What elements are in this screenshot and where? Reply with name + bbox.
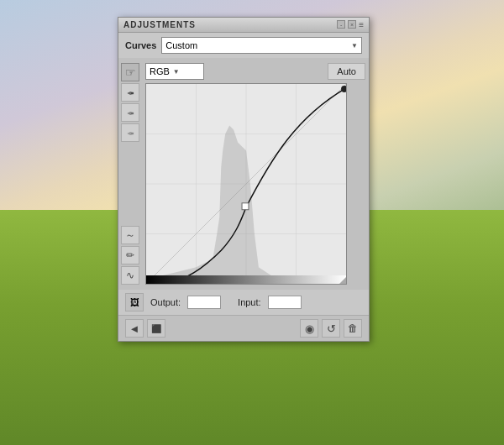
eyedropper2-button[interactable]: ✒	[121, 103, 139, 122]
clip-button[interactable]: ⬛	[147, 319, 165, 338]
panel-title: ADJUSTMENTS	[123, 20, 196, 29]
curve-icon: ∿	[126, 270, 134, 281]
curves-label: Curves	[125, 40, 156, 50]
footer-right: ◉ ↺ 🗑	[300, 319, 362, 338]
channel-row: RGB ▼ Auto	[145, 63, 365, 80]
eyedropper1-button[interactable]: ✒	[121, 83, 139, 102]
channel-dropdown[interactable]: RGB ▼	[145, 63, 204, 80]
footer-left: ◄ ⬛	[125, 319, 165, 338]
preset-value: Custom	[165, 40, 197, 50]
clip-icon: ⬛	[151, 324, 161, 333]
eyedropper1-icon: ✒	[127, 87, 134, 98]
delete-button[interactable]: 🗑	[344, 319, 362, 338]
eye-button[interactable]: ◉	[300, 319, 318, 338]
pencil-tool-button[interactable]: ✏	[121, 246, 139, 264]
channel-value: RGB	[150, 66, 170, 76]
bottom-gradient	[146, 275, 346, 284]
titlebar-controls: - × ≡	[337, 20, 364, 29]
input-label: Input:	[238, 297, 261, 307]
curve-tool-button[interactable]: ∿	[121, 266, 139, 285]
output-input-row: 🖼 Output: Input:	[118, 290, 369, 315]
close-button[interactable]: ×	[348, 20, 356, 29]
eye-icon: ◉	[305, 322, 314, 335]
adjustments-panel: ADJUSTMENTS - × ≡ Curves Custom ▼ ☞ ✒ ✒	[118, 17, 370, 342]
curves-row: Curves Custom ▼	[118, 33, 369, 58]
eyedropper2-icon: ✒	[127, 107, 134, 118]
output-label: Output:	[150, 297, 181, 307]
corner-triangle[interactable]	[339, 277, 346, 284]
left-tools: ☞ ✒ ✒ ✒ ～ ✏ ∿	[118, 61, 142, 286]
photo-icon: 🖼	[130, 297, 139, 307]
panel-footer: ◄ ⬛ ◉ ↺ 🗑	[118, 315, 369, 341]
curve-canvas	[145, 83, 347, 285]
wave-tool-button[interactable]: ～	[121, 226, 139, 244]
channel-arrow: ▼	[173, 68, 180, 76]
panel-titlebar: ADJUSTMENTS - × ≡	[118, 18, 369, 33]
output-input[interactable]	[187, 296, 221, 309]
wave-icon: ～	[125, 228, 135, 243]
preset-dropdown[interactable]: Custom ▼	[161, 37, 362, 54]
reset-icon: ↺	[327, 322, 336, 335]
eyedropper3-icon: ✒	[127, 128, 134, 139]
minimize-button[interactable]: -	[337, 20, 345, 29]
svg-rect-8	[242, 203, 249, 210]
finger-tool-button[interactable]: ☞	[121, 63, 139, 81]
delete-icon: 🗑	[348, 322, 358, 334]
image-adjustments-icon[interactable]: 🖼	[125, 293, 144, 312]
panel-body: ☞ ✒ ✒ ✒ ～ ✏ ∿	[118, 58, 369, 290]
back-button[interactable]: ◄	[125, 319, 144, 338]
back-icon: ◄	[129, 322, 140, 335]
input-input[interactable]	[268, 296, 302, 309]
panel-menu-icon[interactable]: ≡	[359, 20, 364, 29]
curve-area: RGB ▼ Auto	[142, 61, 369, 286]
eyedropper3-button[interactable]: ✒	[121, 123, 139, 142]
pencil-icon: ✏	[126, 249, 134, 261]
auto-button[interactable]: Auto	[328, 63, 365, 80]
preset-dropdown-arrow: ▼	[351, 42, 358, 50]
finger-icon: ☞	[125, 65, 136, 79]
reset-button[interactable]: ↺	[322, 319, 340, 338]
